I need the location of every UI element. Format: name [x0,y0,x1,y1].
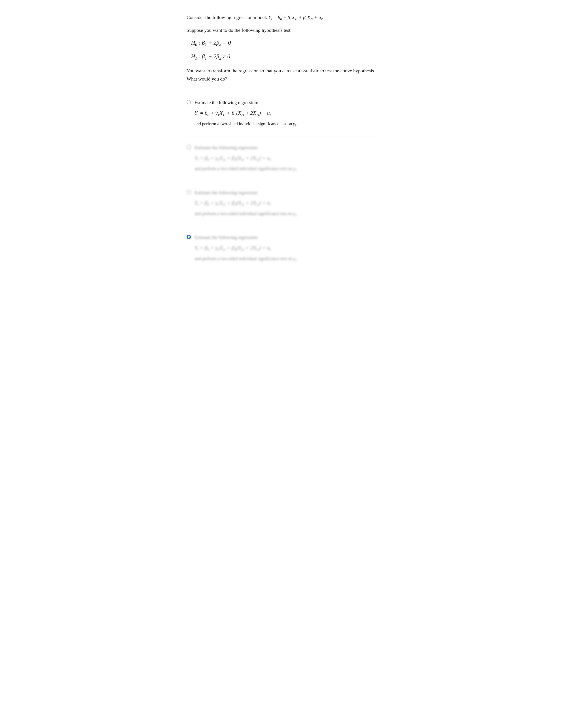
option-3-label: Estimate the following regression: [194,189,377,197]
option-1-label: Estimate the following regression: [194,99,377,107]
radio-option-3[interactable] [186,190,191,194]
option-2-footer: and perform a two-sided individual signi… [194,165,377,173]
option-4-footer: and perform a two-sided individual signi… [194,255,377,263]
radio-option-2[interactable] [186,145,191,149]
option-3-content: Estimate the following regression: Yi = … [194,189,377,218]
h0-equation: H0 : β1 + 2β2 = 0 [191,38,377,48]
hypothesis-block: H0 : β1 + 2β2 = 0 H1 : β1 + 2β2 ≠ 0 [191,38,377,62]
option-row-2[interactable]: Estimate the following regression: Yi = … [186,144,377,173]
suppose-text: Suppose you want to do the following hyp… [186,26,377,34]
radio-option-1[interactable] [186,100,191,104]
option-row-1[interactable]: Estimate the following regression: Yi = … [186,99,377,128]
option-2-content: Estimate the following regression: Yi = … [194,144,377,173]
option-4-label: Estimate the following regression: [194,234,377,241]
option-3-footer: and perform a two-sided individual signi… [194,210,377,218]
options-container: Estimate the following regression: Yi = … [186,99,377,263]
option-4-content: Estimate the following regression: Yi = … [194,234,377,263]
option-1-equation: Yi = β0 + γ1X1i + β2(X2i + 2X1i) + ui [194,109,377,118]
option-2-equation: Yi = β0 + γ1X1i + β2(X2i + 2X1i) + ui [194,154,377,163]
model-equation: Yi = β0 + β1X1i + β2X2i + ui. [268,15,323,20]
divider-4 [186,226,377,226]
radio-option-4[interactable] [186,235,191,239]
option-1-footer: and perform a two-sided individual signi… [194,120,377,128]
intro-text: Consider the following regression model: [186,15,267,20]
option-4-equation: Yi = β0 + γ1X1i + β2(X2i + 2X1i) + ui [194,244,377,253]
option-2-label: Estimate the following regression: [194,144,377,152]
option-row-4[interactable]: Estimate the following regression: Yi = … [186,234,377,263]
transform-text: You want to transform the regression so … [186,67,377,83]
option-row-3[interactable]: Estimate the following regression: Yi = … [186,189,377,218]
question-intro: Consider the following regression model:… [186,13,377,22]
option-1-content: Estimate the following regression: Yi = … [194,99,377,128]
option-3-equation: Yi = β0 + γ1X1i + β2(X2i + 2X1i) + ui [194,199,377,208]
h1-equation: H1 : β1 + 2β2 ≠ 0 [191,52,377,62]
